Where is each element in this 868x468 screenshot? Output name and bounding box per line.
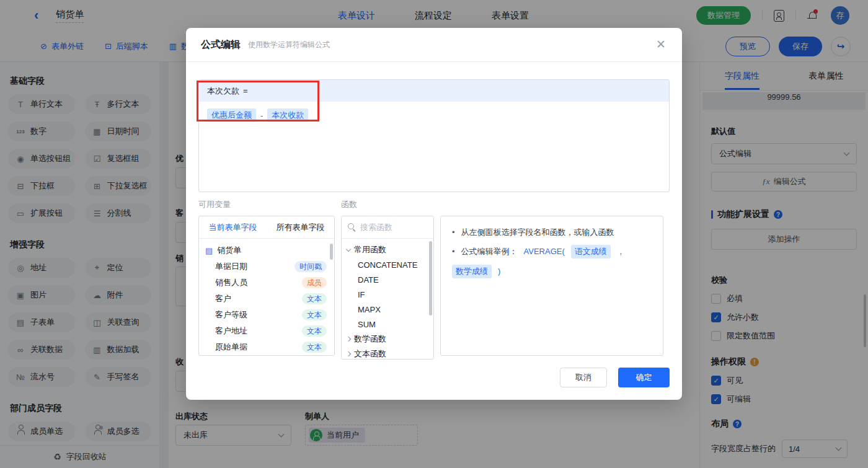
variable-row[interactable]: 单据日期 时间戳 — [199, 258, 334, 275]
help-example-close-paren: ) — [498, 265, 500, 278]
function-group-label: 数学函数 — [354, 333, 386, 345]
variables-panel: 当前表单字段 所有表单字段 ▤ 销货单 单据日期 时间戳 销售人员 成员 — [198, 216, 335, 356]
tree-root-form[interactable]: ▤ 销货单 — [199, 242, 334, 258]
formula-field-token[interactable]: 本次收款 — [267, 108, 308, 122]
function-group-label: 常用函数 — [354, 244, 386, 255]
tree-root-label: 销货单 — [217, 245, 241, 256]
function-search[interactable] — [342, 216, 433, 239]
bullet-icon: • — [452, 226, 455, 239]
formula-field-token[interactable]: 优惠后金额 — [207, 108, 256, 122]
variable-name: 单据日期 — [215, 261, 247, 272]
variable-row[interactable]: 原始单据 文本 — [199, 339, 334, 355]
function-group-math[interactable]: 数学函数 — [342, 332, 433, 347]
function-item[interactable]: CONCATENATE — [342, 257, 433, 272]
variable-name: 客户地址 — [215, 325, 247, 337]
modal-header: 公式编辑 使用数学运算符编辑公式 — [186, 28, 682, 62]
tab-all-form-fields[interactable]: 所有表单字段 — [267, 216, 334, 238]
function-group-common[interactable]: 常用函数 — [342, 242, 433, 257]
functions-panel: 常用函数 CONCATENATE DATE IF MAPX SUM 数学函数 — [341, 216, 434, 360]
help-example: • 公式编辑举例： AVERAGE( 语文成绩 ， 数学成绩 ) — [452, 245, 652, 278]
variable-row[interactable]: 销售人员 成员 — [199, 275, 334, 291]
help-example-field-chip: 语文成绩 — [571, 245, 611, 258]
formula-operator[interactable]: - — [260, 111, 263, 120]
modal-subtitle: 使用数学运算符编辑公式 — [248, 40, 330, 50]
variable-type-badge: 成员 — [302, 277, 327, 288]
variables-tree: ▤ 销货单 单据日期 时间戳 销售人员 成员 客户 文 — [199, 239, 334, 355]
variables-tabs: 当前表单字段 所有表单字段 — [199, 216, 334, 239]
function-group-label: 文本函数 — [354, 348, 386, 360]
variable-type-badge: 文本 — [302, 325, 327, 337]
cancel-button[interactable]: 取消 — [560, 368, 607, 387]
function-item[interactable]: IF — [342, 287, 433, 302]
variable-name: 销售人员 — [215, 277, 247, 288]
formula-expression[interactable]: 优惠后金额 - 本次收款 — [199, 102, 669, 129]
function-item[interactable]: SUM — [342, 317, 433, 332]
variable-type-badge: 文本 — [302, 293, 327, 304]
help-tip-text: 从左侧面板选择字段名和函数，或输入函数 — [461, 226, 614, 239]
modal-title: 公式编辑 — [201, 38, 241, 51]
variables-scrollbar[interactable] — [330, 244, 333, 260]
function-group-text[interactable]: 文本函数 — [342, 347, 433, 360]
variable-name: 客户 — [215, 293, 231, 304]
formula-target-row: 本次欠款 = — [199, 80, 669, 102]
chevron-right-icon — [346, 337, 351, 342]
tab-current-form-fields[interactable]: 当前表单字段 — [199, 216, 267, 238]
search-icon — [348, 223, 356, 231]
formula-edit-modal: 公式编辑 使用数学运算符编辑公式 ✕ 本次欠款 = 优惠后金额 - 本次收款 可… — [186, 28, 682, 400]
functions-label: 函数 — [341, 199, 357, 210]
form-doc-icon: ▤ — [205, 246, 213, 255]
formula-target: 本次欠款 — [207, 86, 239, 97]
confirm-button[interactable]: 确定 — [618, 368, 670, 387]
formula-editor[interactable]: 本次欠款 = 优惠后金额 - 本次收款 — [198, 79, 670, 192]
functions-tree: 常用函数 CONCATENATE DATE IF MAPX SUM 数学函数 — [342, 239, 433, 360]
function-item[interactable]: DATE — [342, 272, 433, 287]
help-example-field-chip: 数学成绩 — [452, 265, 492, 278]
formula-equals: = — [243, 86, 248, 95]
help-example-comma: ， — [617, 245, 625, 258]
variable-row[interactable]: 客户 文本 — [199, 291, 334, 307]
help-example-prefix: 公式编辑举例： — [461, 245, 518, 258]
bullet-icon: • — [452, 245, 455, 258]
variable-name: 客户等级 — [215, 309, 247, 320]
variable-type-badge: 文本 — [302, 309, 327, 320]
functions-scrollbar[interactable] — [429, 241, 432, 316]
function-item[interactable]: MAPX — [342, 302, 433, 317]
chevron-right-icon — [346, 351, 351, 356]
variable-name: 原始单据 — [215, 342, 247, 353]
close-icon[interactable]: ✕ — [656, 38, 666, 50]
help-panel: • 从左侧面板选择字段名和函数，或输入函数 • 公式编辑举例： AVERAGE(… — [440, 216, 663, 356]
help-example-function: AVERAGE( — [524, 245, 565, 258]
variable-row[interactable]: 客户地址 文本 — [199, 323, 334, 339]
function-search-input[interactable] — [360, 223, 416, 232]
chevron-down-icon — [346, 246, 351, 251]
variables-label: 可用变量 — [198, 199, 231, 210]
help-tip: • 从左侧面板选择字段名和函数，或输入函数 — [452, 226, 652, 239]
app-root: ‹ 销货单 表单设计 流程设定 表单设置 数据管理 存 ⊘ 表单外链 — [0, 0, 868, 468]
variable-type-badge: 时间戳 — [294, 261, 327, 272]
variable-row[interactable]: 客户等级 文本 — [199, 307, 334, 323]
variable-type-badge: 文本 — [302, 342, 327, 353]
